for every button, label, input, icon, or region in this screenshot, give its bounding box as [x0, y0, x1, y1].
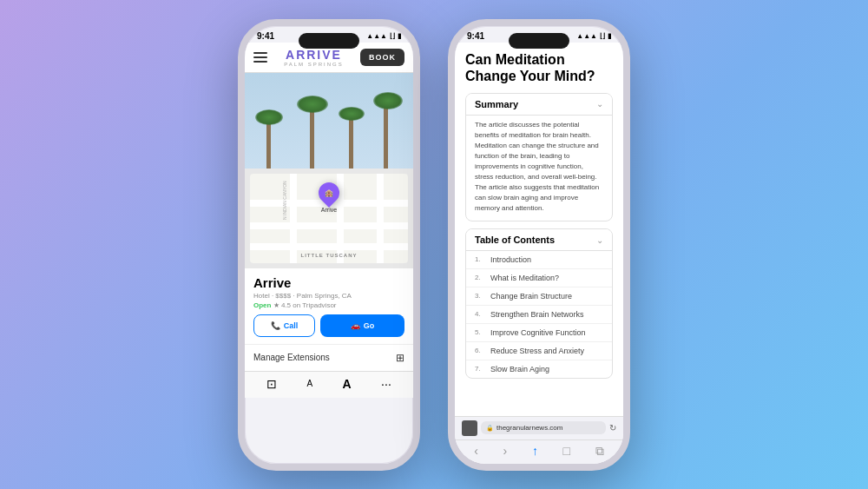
large-text-icon: A: [343, 377, 352, 391]
toc-header[interactable]: Table of Contents ⌄: [466, 229, 612, 250]
tab-icon: [462, 420, 477, 436]
reload-icon[interactable]: ↻: [609, 423, 616, 433]
toc-text-2: What is Meditation?: [490, 274, 559, 282]
palm-leaves-4: [373, 92, 403, 109]
url-text: thegranularnews.com: [496, 424, 562, 432]
phone2-content: Can Meditation Change Your Mind? Summary…: [455, 43, 623, 464]
call-button[interactable]: 📞 Call: [253, 314, 315, 337]
dynamic-island: [299, 33, 359, 49]
forward-button[interactable]: ›: [503, 444, 508, 458]
go-button[interactable]: 🚗 Go: [320, 314, 404, 337]
arrive-info-section: Arrive Hotel · $$$$ · Palm Springs, CA O…: [245, 268, 413, 344]
small-text-button[interactable]: A: [307, 379, 313, 388]
time-2: 9:41: [467, 31, 484, 41]
call-label: Call: [284, 321, 299, 330]
summary-label: Summary: [475, 99, 518, 109]
toc-section: Table of Contents ⌄ 1. Introduction 2. W…: [465, 228, 613, 379]
battery-icon-2: ▮: [608, 32, 611, 40]
map-pin-label: Arrive: [321, 207, 337, 213]
palm-leaves-1: [255, 109, 283, 125]
go-label: Go: [364, 321, 375, 330]
little-tuscany-label: LITTLE TUSCANY: [301, 253, 358, 258]
phone-safari: 9:41 ▲▲▲ ⌊⌋ ▮ Can Meditation Change Your…: [448, 19, 630, 471]
small-text-icon: A: [307, 379, 313, 388]
toc-item-3[interactable]: 3. Change Brain Structure: [466, 287, 612, 306]
bottom-toolbar: ⊡ A A ···: [245, 371, 413, 398]
status-icons-2: ▲▲▲ ⌊⌋ ▮: [576, 32, 611, 40]
logo-title: ARRIVE: [284, 48, 344, 62]
logo-sub: PALM SPRINGS: [284, 62, 344, 67]
back-button[interactable]: ‹: [474, 444, 478, 458]
toc-item-5[interactable]: 5. Improve Cognitive Function: [466, 324, 612, 342]
summary-section: Summary ⌄ The article discusses the pote…: [465, 93, 613, 222]
palm-leaves-3: [339, 107, 365, 121]
phone1-content: ARRIVE PALM SPRINGS BOOK: [245, 43, 413, 464]
summary-header[interactable]: Summary ⌄: [466, 94, 612, 115]
toc-label: Table of Contents: [475, 235, 555, 245]
bookmarks-button[interactable]: □: [563, 444, 570, 458]
car-icon: 🚗: [351, 321, 360, 330]
road-vertical-1: [290, 174, 297, 263]
reader-button[interactable]: ⊡: [266, 377, 277, 391]
hotel-hero-image: [245, 73, 413, 169]
toc-num-1: 1.: [475, 255, 485, 263]
toc-num-6: 6.: [475, 347, 485, 354]
toc-item-4[interactable]: 4. Strengthen Brain Networks: [466, 306, 612, 324]
map-pin: 🏨: [314, 178, 344, 208]
more-icon: ···: [381, 377, 391, 391]
tabs-button[interactable]: ⧉: [595, 444, 604, 459]
hotel-pin-icon: 🏨: [325, 188, 333, 196]
battery-icon: ▮: [398, 32, 401, 40]
toc-item-6[interactable]: 6. Reduce Stress and Anxiety: [466, 342, 612, 360]
toc-item-1[interactable]: 1. Introduction: [466, 251, 612, 269]
palm-trunk-3: [349, 116, 353, 169]
palm-trunk-4: [384, 103, 388, 169]
palm-leaves-2: [297, 96, 328, 113]
share-button[interactable]: ↑: [532, 444, 538, 458]
hotel-meta: Hotel · $$$$ · Palm Springs, CA: [253, 292, 404, 300]
large-text-button[interactable]: A: [343, 377, 352, 391]
map-grid: N INDIAN CANYON 🏨 Arrive LITTLE TUSCANY: [250, 174, 408, 263]
toc-num-2: 2.: [475, 274, 485, 281]
open-status: Open: [253, 301, 271, 309]
toc-text-7: Slow Brain Aging: [490, 365, 549, 373]
toc-num-5: 5.: [475, 328, 485, 336]
arrive-logo: ARRIVE PALM SPRINGS: [284, 48, 344, 67]
road-horizontal-2: [250, 222, 408, 229]
map-pin-container: 🏨: [319, 182, 339, 203]
url-bar[interactable]: 🔒 thegranularnews.com: [481, 421, 606, 434]
toc-num-7: 7.: [475, 365, 485, 373]
dynamic-island-2: [509, 33, 569, 49]
wifi-icon: ⌊⌋: [390, 32, 395, 40]
safari-address-bar: 🔒 thegranularnews.com ↻: [455, 416, 623, 439]
menu-button[interactable]: [253, 52, 267, 63]
reader-icon: ⊡: [266, 377, 277, 391]
more-button[interactable]: ···: [381, 377, 391, 391]
wifi-icon-2: ⌊⌋: [600, 32, 605, 40]
signal-icon-2: ▲▲▲: [576, 32, 597, 40]
summary-text: The article discusses the potential bene…: [466, 115, 612, 221]
hotel-status: Open ★ 4.5 on Tripadvisor: [253, 301, 404, 309]
time-1: 9:41: [257, 31, 274, 41]
book-button[interactable]: BOOK: [360, 49, 404, 66]
palm-trunk-1: [266, 121, 271, 169]
manage-extensions-row[interactable]: Manage Extensions ⊞: [245, 344, 413, 371]
road-vertical-3: [377, 174, 384, 263]
toc-chevron-icon: ⌄: [596, 235, 603, 245]
article-scroll: Can Meditation Change Your Mind? Summary…: [455, 43, 623, 416]
hotel-type-price: Hotel · $$$$ · Palm Springs, CA: [253, 292, 352, 300]
road-label: N INDIAN CANYON: [282, 182, 287, 221]
hamburger-line: [253, 61, 267, 63]
toc-text-6: Reduce Stress and Anxiety: [490, 347, 584, 355]
road-horizontal-3: [250, 243, 408, 250]
palm-trunk-2: [310, 108, 314, 169]
arrive-actions: 📞 Call 🚗 Go: [253, 314, 404, 337]
article-title: Can Meditation Change Your Mind?: [465, 51, 613, 84]
phone-icon: 📞: [271, 321, 280, 330]
rating: ★ 4.5 on Tripadvisor: [273, 301, 337, 309]
toc-num-4: 4.: [475, 310, 485, 318]
manage-extensions-label: Manage Extensions: [253, 353, 330, 362]
safari-nav: ‹ › ↑ □ ⧉: [455, 439, 623, 464]
toc-item-2[interactable]: 2. What is Meditation?: [466, 269, 612, 287]
toc-item-7[interactable]: 7. Slow Brain Aging: [466, 360, 612, 378]
